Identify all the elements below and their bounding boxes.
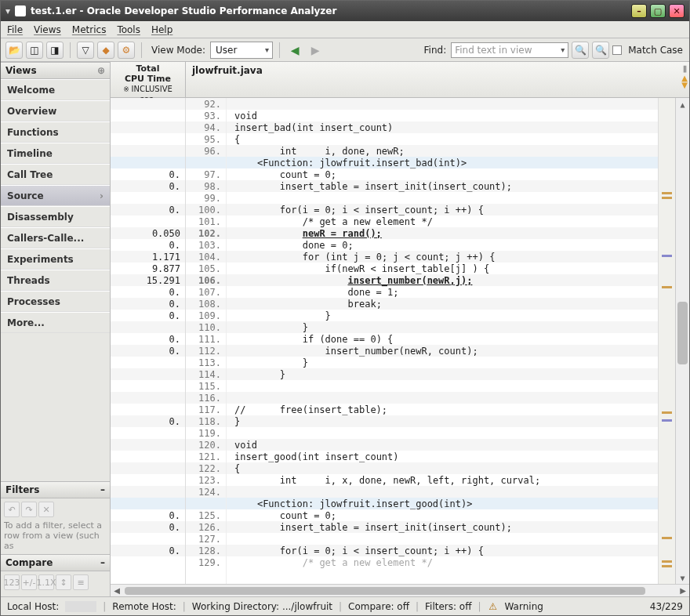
source-line[interactable]: for (int j = 0; j < count; j ++) {: [227, 251, 658, 263]
source-line[interactable]: void: [227, 110, 658, 121]
find-prev-icon[interactable]: 🔍: [572, 42, 589, 59]
source-line[interactable]: void: [227, 439, 658, 451]
cpu-value: 0.: [111, 345, 185, 357]
compare-sort-icon[interactable]: ↕: [56, 574, 71, 590]
find-input[interactable]: Find text in view: [451, 42, 568, 58]
flame-icon[interactable]: ◆: [97, 42, 114, 59]
line-number: 109.: [186, 310, 226, 321]
sidebar-item-call-tree[interactable]: Call Tree: [1, 164, 110, 185]
status-warning[interactable]: Warning: [505, 601, 543, 612]
close-button[interactable]: ✕: [669, 4, 685, 18]
source-line[interactable]: // free(insert_table);: [227, 404, 658, 415]
redo-icon[interactable]: ↷: [21, 502, 37, 517]
menu-views[interactable]: Views: [34, 24, 61, 35]
source-line[interactable]: int i, done, newR;: [227, 145, 658, 157]
source-line[interactable]: count = 0;: [227, 509, 658, 521]
open-icon[interactable]: 📂: [5, 42, 23, 59]
source-line[interactable]: insert_number(newR,j);: [227, 274, 658, 286]
source-line[interactable]: [227, 380, 658, 392]
source-line[interactable]: <Function: jlowfruit.insert_bad(int)>: [227, 157, 658, 168]
source-line[interactable]: break;: [227, 298, 658, 310]
sidebar-item-experiments[interactable]: Experiments: [1, 248, 110, 270]
compare-abs-button[interactable]: 123: [4, 574, 20, 590]
source-line[interactable]: }: [227, 321, 658, 333]
menu-help[interactable]: Help: [151, 24, 172, 35]
nav-back-icon[interactable]: ◀: [286, 42, 303, 59]
source-line[interactable]: }: [227, 357, 658, 368]
source-line[interactable]: [227, 98, 658, 110]
source-line[interactable]: }: [227, 310, 658, 321]
sidebar-item-overview[interactable]: Overview: [1, 100, 110, 121]
matchcase-checkbox[interactable]: [612, 45, 622, 55]
source-line[interactable]: insert_table = insert_init(insert_count)…: [227, 180, 658, 192]
settings-icon[interactable]: ⚙: [118, 42, 135, 59]
line-number: 106.: [186, 274, 226, 286]
sidebar-item-functions[interactable]: Functions: [1, 121, 110, 143]
source-line[interactable]: /* get a new element */: [227, 216, 658, 227]
compare-config-icon[interactable]: ≡: [73, 574, 89, 590]
sidebar-item-threads[interactable]: Threads: [1, 270, 110, 291]
sidebar-item-processes[interactable]: Processes: [1, 291, 110, 312]
add-view-icon[interactable]: ⊕: [97, 65, 105, 76]
source-line[interactable]: [227, 392, 658, 404]
source-line[interactable]: [227, 192, 658, 204]
sidebar-item-welcome[interactable]: Welcome: [1, 79, 110, 100]
aggregate-icon[interactable]: ◫: [26, 42, 43, 59]
source-line[interactable]: insert_table = insert_init(insert_count)…: [227, 521, 658, 533]
source-line[interactable]: insert_number(newR, count);: [227, 345, 658, 357]
undo-icon[interactable]: ↶: [4, 502, 20, 517]
source-line[interactable]: done = 0;: [227, 239, 658, 251]
sidebar-item-callers-calle-[interactable]: Callers-Calle...: [1, 227, 110, 248]
source-line[interactable]: [227, 427, 658, 439]
sidebar-item-more-[interactable]: More...: [1, 312, 110, 333]
column-menu-icon[interactable]: ⦀: [683, 63, 687, 74]
viewmode-combo[interactable]: User: [210, 42, 273, 59]
compare-icon[interactable]: ◨: [46, 42, 64, 59]
nav-forward-icon[interactable]: ▶: [307, 42, 324, 59]
overview-ruler[interactable]: [658, 98, 675, 584]
sidebar-item-disassembly[interactable]: Disassembly: [1, 206, 110, 227]
source-line[interactable]: [227, 533, 658, 545]
sidebar-item-source[interactable]: Source›: [1, 185, 110, 206]
down-arrow-icon[interactable]: ▼: [681, 82, 688, 89]
vertical-scrollbar[interactable]: ▲ ▼: [675, 98, 689, 584]
filters-panel-header[interactable]: Filters –: [1, 481, 110, 498]
source-line[interactable]: <Function: jlowfruit.insert_good(int)>: [227, 498, 658, 509]
menu-metrics[interactable]: Metrics: [72, 24, 107, 35]
find-next-icon[interactable]: 🔍: [592, 42, 609, 59]
remove-filter-icon[interactable]: ✕: [38, 502, 54, 517]
source-line[interactable]: insert_good(int insert_count): [227, 451, 658, 462]
sidebar-item-timeline[interactable]: Timeline: [1, 143, 110, 164]
compare-ratio-button[interactable]: 1.1X: [38, 574, 54, 590]
source-line[interactable]: for(i = 0; i < insert_count; i ++) {: [227, 545, 658, 556]
maximize-button[interactable]: ▢: [650, 4, 666, 18]
status-compare: Compare: off: [348, 601, 409, 612]
compare-panel-header[interactable]: Compare –: [1, 554, 110, 571]
source-line[interactable]: insert_bad(int insert_count): [227, 121, 658, 133]
source-line[interactable]: [227, 486, 658, 498]
warning-icon[interactable]: ⚠: [488, 601, 499, 612]
source-line[interactable]: /* get a new element */: [227, 556, 658, 568]
minimize-button[interactable]: –: [631, 4, 647, 18]
source-line[interactable]: newR = rand();: [227, 227, 658, 239]
horizontal-scrollbar[interactable]: ◀▶: [111, 584, 689, 596]
source-line[interactable]: {: [227, 462, 658, 474]
source-line[interactable]: }: [227, 368, 658, 380]
filter-icon[interactable]: ▽: [77, 42, 94, 59]
cpu-value: [111, 110, 185, 121]
source-line[interactable]: if (done == 0) {: [227, 333, 658, 345]
cpu-time-header[interactable]: Total CPU Time ※ INCLUSIVE sec.: [111, 62, 186, 97]
source-line[interactable]: if(newR < insert_table[j] ) {: [227, 263, 658, 274]
collapse-icon[interactable]: –: [100, 484, 105, 495]
source-line[interactable]: for(i = 0; i < insert_count; i ++) {: [227, 204, 658, 216]
menu-tools[interactable]: Tools: [117, 24, 140, 35]
menu-file[interactable]: File: [7, 24, 23, 35]
source-line[interactable]: {: [227, 133, 658, 145]
collapse-icon[interactable]: –: [100, 557, 105, 568]
source-line[interactable]: done = 1;: [227, 286, 658, 298]
source-line[interactable]: }: [227, 415, 658, 427]
compare-delta-button[interactable]: +/-: [21, 574, 37, 590]
source-line[interactable]: count = 0;: [227, 168, 658, 180]
source-line[interactable]: int i, x, done, newR, left, right, curva…: [227, 474, 658, 486]
source-column[interactable]: voidinsert_bad(int insert_count){ int i,…: [227, 98, 658, 584]
